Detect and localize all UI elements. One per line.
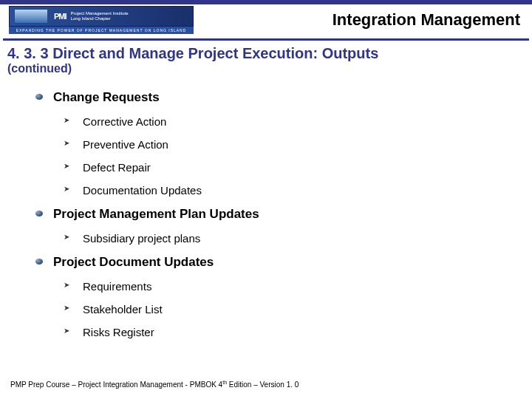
content-area: Change Requests Corrective Action Preven… (0, 90, 532, 338)
list-item: Requirements (64, 280, 525, 293)
list-item: Preventive Action (64, 138, 525, 151)
list-item: Risks Register (64, 326, 525, 338)
bullet-list: Change Requests Corrective Action Preven… (35, 90, 525, 338)
list-item: Documentation Updates (64, 184, 525, 197)
logo-image (14, 9, 48, 24)
list-item: Change Requests Corrective Action Preven… (35, 90, 525, 197)
pmi-logo: PMI Project Management Institute Long Is… (9, 6, 194, 27)
page-title: Integration Management (194, 10, 523, 30)
logo-org-text: Project Management Institute Long Island… (71, 11, 129, 21)
org-line2: Long Island Chapter (71, 16, 129, 21)
sub-list: Subsidiary project plans (64, 232, 525, 245)
section-title: 4. 3. 3 Direct and Manage Project Execut… (0, 41, 532, 62)
list-item: Project Management Plan Updates Subsidia… (35, 207, 525, 245)
list-item-label: Project Management Plan Updates (53, 207, 259, 221)
list-item-label: Change Requests (53, 90, 160, 104)
list-item: Corrective Action (64, 115, 525, 128)
org-line1: Project Management Institute (71, 11, 129, 16)
sub-list: Requirements Stakeholder List Risks Regi… (64, 280, 525, 338)
list-item: Defect Repair (64, 161, 525, 174)
logo-block: PMI Project Management Institute Long Is… (9, 6, 194, 34)
footer-prefix: PMP Prep Course – Project Integration Ma… (10, 381, 222, 389)
logo-pmi-text: PMI (54, 12, 66, 21)
list-item: Project Document Updates Requirements St… (35, 255, 525, 338)
sub-list: Corrective Action Preventive Action Defe… (64, 115, 525, 197)
list-item: Stakeholder List (64, 303, 525, 316)
list-item-label: Project Document Updates (53, 255, 214, 269)
slide: PMI Project Management Institute Long Is… (0, 0, 532, 399)
header: PMI Project Management Institute Long Is… (0, 4, 532, 38)
list-item: Subsidiary project plans (64, 232, 525, 245)
logo-tagline: EXPANDING THE POWER OF PROJECT MANAGEMEN… (9, 27, 194, 34)
footer-suffix: Edition – Version 1. 0 (227, 381, 299, 389)
continued-label: (continued) (0, 62, 532, 83)
footer: PMP Prep Course – Project Integration Ma… (10, 380, 299, 389)
